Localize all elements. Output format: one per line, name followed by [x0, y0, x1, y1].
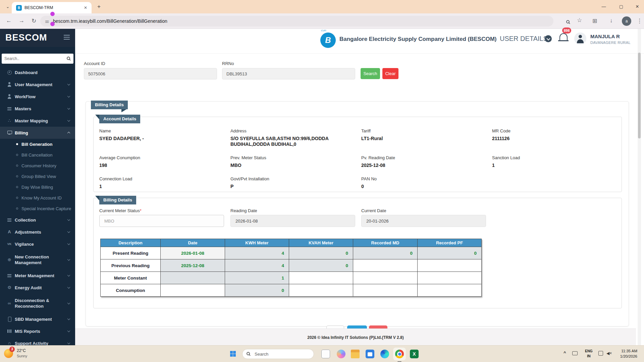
sidebar-item-energy-audit[interactable]: ⚙ Energy Audit: [0, 282, 75, 294]
field-value: 198: [99, 163, 230, 168]
label-text: Current Meter Status: [99, 208, 140, 213]
account-id-input[interactable]: [84, 68, 217, 79]
row-label: Present Reading: [101, 247, 161, 259]
reload-icon[interactable]: ↻: [32, 17, 36, 24]
sidebar-item-sbd-management[interactable]: SBD Management: [0, 313, 75, 325]
file-explorer-icon[interactable]: [351, 350, 360, 358]
bullet-icon: [16, 175, 18, 177]
sidebar-item-user-management[interactable]: User Management: [0, 78, 75, 90]
sidebar-item-disconnection-reconnection[interactable]: ∞ Disconnection & Reconnection: [0, 294, 75, 313]
sidebar-item-meter-management[interactable]: Meter Management: [0, 269, 75, 282]
sidebar: BESCOM Dashboard User Management WorkFlo…: [0, 29, 75, 345]
reading-date-input[interactable]: [230, 215, 355, 227]
tab-close-icon[interactable]: ✕: [83, 5, 88, 10]
address-bar[interactable]: ⚌ bescom.trm.ieasybill.com/BillGeneratio…: [40, 16, 553, 26]
window-maximize-button[interactable]: ▢: [618, 4, 625, 9]
weather-condition[interactable]: Sunny: [17, 354, 27, 358]
new-tab-button[interactable]: +: [95, 3, 103, 10]
sidebar-subitem-special-incentive-capture[interactable]: Special Incentive Capture: [0, 203, 75, 214]
cell-date[interactable]: 2026-01-08: [161, 247, 225, 259]
field-tariff: Tariff LT1-Rural: [361, 128, 492, 147]
language-indicator[interactable]: ENG IN: [585, 349, 593, 359]
cell-recorded-pf[interactable]: 0: [418, 247, 482, 259]
sidebar-item-adjustments[interactable]: A Adjustments: [0, 226, 75, 238]
field-value: 2111126: [492, 136, 616, 141]
sidebar-item-vigilance[interactable]: VK Vigilance: [0, 238, 75, 250]
microsoft-store-icon[interactable]: [366, 350, 374, 358]
sidebar-subitem-consumer-history[interactable]: Consumer History: [0, 160, 75, 171]
copilot-icon[interactable]: [337, 350, 345, 358]
taskbar-search[interactable]: Search: [242, 349, 314, 359]
user-details-label[interactable]: USER DETAILS: [500, 35, 548, 43]
chevron-down-icon: [67, 317, 70, 320]
chevron-down-icon[interactable]: [545, 35, 552, 42]
current-date-input[interactable]: [361, 215, 486, 227]
time-text: 11:35 AM: [616, 348, 637, 354]
volume-muted-icon[interactable]: ◀×: [606, 351, 612, 356]
sidebar-item-mis-reports[interactable]: MIS Reports: [0, 325, 75, 337]
vertical-scrollbar[interactable]: [638, 29, 641, 345]
sidebar-item-support-activity[interactable]: ∩ Support Activity: [0, 337, 75, 345]
user-avatar[interactable]: [574, 33, 586, 45]
task-view-icon[interactable]: [321, 350, 330, 358]
zoom-icon[interactable]: [566, 19, 570, 25]
forward-icon[interactable]: →: [19, 17, 24, 24]
scrollbar-thumb[interactable]: [638, 53, 641, 138]
required-asterisk: *: [140, 208, 142, 213]
start-button-icon[interactable]: [230, 351, 236, 357]
sidebar-item-billing[interactable]: Billing: [0, 127, 75, 139]
sidebar-item-master-mapping[interactable]: ∴ Master Mapping: [0, 115, 75, 127]
sidebar-item-dashboard[interactable]: Dashboard: [0, 66, 75, 78]
clock[interactable]: 11:35 AM 1/20/2026: [616, 348, 637, 359]
tray-display-icon[interactable]: [572, 351, 578, 355]
cell-kwh: 0: [225, 284, 289, 297]
download-icon[interactable]: ↓: [610, 17, 613, 24]
sidebar-subitem-bill-generation[interactable]: Bill Generation: [0, 139, 75, 149]
hamburger-menu-icon[interactable]: [64, 35, 70, 40]
browser-profile-avatar[interactable]: a: [622, 16, 631, 26]
extensions-icon[interactable]: ⊞: [592, 17, 597, 24]
app-header: ಬೆವಿಕಂ B Bangalore Electricity Supply Co…: [75, 29, 644, 54]
user-name: MANJULA R: [590, 34, 620, 39]
window-minimize-button[interactable]: —: [600, 4, 607, 9]
sidebar-item-label: WorkFlow: [15, 94, 58, 100]
search-icon[interactable]: [67, 57, 70, 60]
sidebar-subitem-know-my-account-id[interactable]: Know My Account ID: [0, 192, 75, 203]
sidebar-item-collection[interactable]: Collection: [0, 214, 75, 226]
sidebar-item-masters[interactable]: Masters: [0, 103, 75, 115]
clear-button[interactable]: Clear: [382, 68, 398, 79]
table-header-row: Description Date KWH Meter KVAH Meter Re…: [101, 239, 482, 247]
search-button[interactable]: Search: [361, 68, 380, 79]
current-meter-status-input[interactable]: [99, 215, 224, 227]
cell-kwh[interactable]: 4: [225, 247, 289, 259]
sidebar-item-new-connection-management[interactable]: ⊕ New Connection Management: [0, 250, 75, 269]
tray-pen-icon[interactable]: [598, 351, 603, 356]
weather-temperature[interactable]: 22°C: [17, 348, 26, 353]
rrno-input[interactable]: [222, 68, 355, 79]
back-icon[interactable]: ←: [6, 17, 12, 24]
bookmark-star-icon[interactable]: ☆: [577, 17, 582, 24]
notification-bell-icon[interactable]: [559, 33, 568, 40]
sidebar-subitem-group-billed-view[interactable]: Group Billed View: [0, 171, 75, 182]
sidebar-search-input[interactable]: [4, 54, 65, 64]
edge-icon[interactable]: [380, 350, 389, 358]
site-settings-icon[interactable]: ⚌: [45, 18, 49, 24]
readings-table: Description Date KWH Meter KVAH Meter Re…: [100, 239, 482, 297]
search-icon: [247, 352, 250, 355]
excel-icon[interactable]: X: [410, 350, 419, 358]
field-label: MR Code: [492, 128, 616, 133]
browser-menu-icon[interactable]: ⋮: [637, 17, 642, 24]
cell-kvah[interactable]: 0: [289, 247, 353, 259]
window-close-button[interactable]: ✕: [634, 4, 641, 9]
tab-search-icon[interactable]: ⌄: [4, 4, 11, 10]
chevron-down-icon: [67, 274, 70, 277]
sidebar-subitem-day-wise-billing[interactable]: Day Wise Billing: [0, 182, 75, 192]
sidebar-subitem-label: Bill Cancellation: [21, 153, 53, 158]
cell-recorded-md[interactable]: 0: [353, 247, 418, 259]
tray-chevron-up-icon[interactable]: ^: [564, 350, 566, 355]
sidebar-search[interactable]: [2, 54, 73, 64]
sidebar-item-workflow[interactable]: WorkFlow: [0, 90, 75, 103]
chrome-active-app[interactable]: [393, 348, 406, 360]
weather-alert-badge: 3: [9, 347, 15, 352]
sidebar-subitem-bill-cancellation[interactable]: Bill Cancellation: [0, 149, 75, 160]
